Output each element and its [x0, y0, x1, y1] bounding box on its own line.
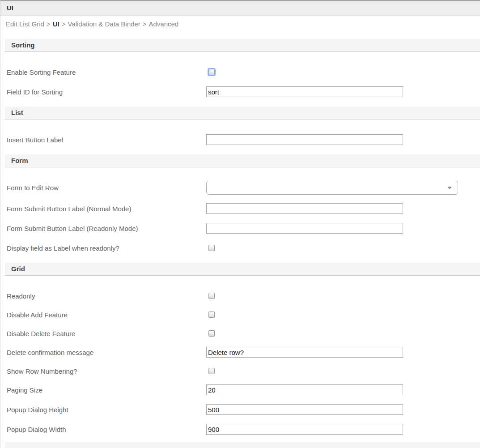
field-row: Insert Button Label	[7, 134, 480, 145]
field-row: Form Submit Button Label (Normal Mode)	[7, 203, 480, 214]
field-row: Paging Size	[7, 384, 480, 396]
field-label: Show Row Numbering?	[7, 367, 206, 375]
section-title: Form	[11, 157, 28, 164]
paging-size-input[interactable]	[206, 384, 403, 395]
field-label: Readonly	[7, 292, 206, 300]
field-label: Paging Size	[7, 386, 206, 394]
field-label: Disable Add Feature	[7, 311, 206, 319]
field-label: Delete confirmation message	[7, 349, 206, 356]
field-row: Popup Dialog Width	[7, 423, 480, 435]
field-row: Disable Delete Feature	[7, 328, 480, 339]
insert-button-label-input[interactable]	[206, 134, 403, 145]
section-title: Grid	[11, 265, 25, 273]
breadcrumb-item-edit-list-grid[interactable]: Edit List Grid	[6, 20, 44, 28]
field-label: Form Submit Button Label (Normal Mode)	[7, 205, 206, 213]
breadcrumb-item-validation-data-binder[interactable]: Validation & Data Binder	[68, 20, 140, 28]
field-row: Disable Add Feature	[7, 309, 480, 320]
field-label: Insert Button Label	[7, 136, 206, 144]
breadcrumb: Edit List Grid>UI>Validation & Data Bind…	[0, 16, 480, 29]
section-title: Sorting	[11, 41, 35, 49]
field-label: Enable Sorting Feature	[7, 68, 206, 76]
section-header-grid: Grid	[5, 263, 480, 276]
section-header-sorting: Sorting	[5, 39, 480, 52]
popup-dialog-height-input[interactable]	[206, 404, 403, 415]
breadcrumb-separator: >	[59, 20, 68, 28]
section-header-list: List	[5, 107, 480, 119]
field-label: Popup Dialog Height	[7, 406, 206, 414]
form-to-edit-row-select[interactable]	[206, 181, 458, 195]
breadcrumb-item-ui: UI	[53, 20, 59, 28]
field-label: Form to Edit Row	[7, 184, 206, 192]
form-submit-readonly-input[interactable]	[206, 223, 403, 234]
breadcrumb-item-advanced[interactable]: Advanced	[149, 20, 179, 28]
field-label: Field ID for Sorting	[7, 88, 206, 96]
breadcrumb-separator: >	[44, 20, 53, 28]
field-row: Form to Edit Row	[7, 181, 480, 195]
show-row-numbering-checkbox[interactable]	[208, 368, 215, 374]
next-section-bar	[5, 442, 480, 448]
page-title: UI	[0, 0, 480, 16]
field-row: Enable Sorting Feature	[7, 66, 480, 78]
delete-confirmation-input[interactable]	[206, 347, 403, 358]
field-row: Show Row Numbering?	[7, 365, 480, 377]
field-label: Popup Dialog Width	[7, 426, 206, 433]
field-id-for-sorting-input[interactable]	[206, 86, 403, 97]
breadcrumb-separator: >	[140, 20, 149, 28]
disable-add-checkbox[interactable]	[208, 311, 215, 318]
field-row: Form Submit Button Label (Readonly Mode)	[7, 222, 480, 234]
form-submit-normal-input[interactable]	[206, 203, 403, 214]
field-row: Field ID for Sorting	[7, 86, 480, 98]
display-as-label-checkbox[interactable]	[208, 245, 215, 251]
readonly-checkbox[interactable]	[208, 293, 215, 299]
field-row: Readonly	[7, 290, 480, 302]
page-title-text: UI	[7, 4, 13, 12]
section-header-form: Form	[5, 154, 480, 167]
field-label: Disable Delete Feature	[7, 330, 206, 337]
field-label: Form Submit Button Label (Readonly Mode)	[7, 225, 206, 232]
field-row: Delete confirmation message	[7, 346, 480, 358]
popup-dialog-width-input[interactable]	[206, 424, 403, 435]
enable-sorting-checkbox[interactable]	[208, 69, 215, 75]
field-row: Display field as Label when readonly?	[7, 242, 480, 254]
chevron-down-icon	[447, 187, 452, 189]
settings-page: UI Edit List Grid>UI>Validation & Data B…	[0, 0, 480, 448]
field-label: Display field as Label when readonly?	[7, 244, 206, 252]
field-row: Popup Dialog Height	[7, 404, 480, 415]
disable-delete-checkbox[interactable]	[208, 330, 215, 337]
section-title: List	[11, 109, 23, 116]
